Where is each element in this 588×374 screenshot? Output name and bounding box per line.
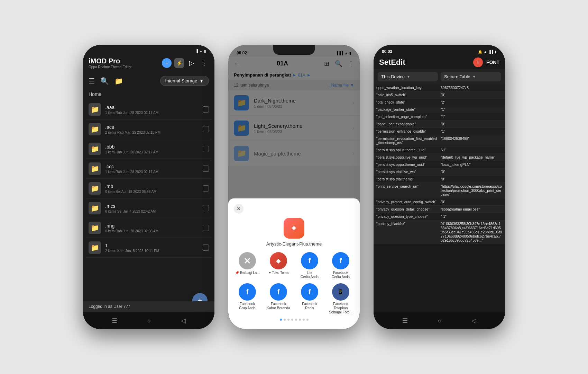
p1-file-item-aaa[interactable]: 📁 .aaa 1 item Rab Jun, 28 2023 02:17 AM [86,100,212,119]
p3-key-perm-revoke: "permission_revocation_first_enabled_tim… [376,136,438,145]
p1-checkbox-mb[interactable] [203,185,209,192]
p1-nav-home[interactable]: ○ [147,317,151,324]
p3-key-panel: "panel_bar_expandable" [376,122,438,126]
p2-share-file-name: Artystic-Elegant-Plus.theme [234,241,354,247]
p3-row-trial-theme[interactable]: "persist.sys.trial.theme" "0" [374,176,505,183]
p1-checkbox-ccc[interactable] [203,166,209,172]
p2-share-app-fb-tetapkan[interactable]: 📱 FacebookTetapkan Sebagai Foto... [327,283,354,314]
p1-file-meta-mb: 0 item Sel Apr, 18 2023 05:38 AM [105,190,199,194]
p1-file-meta-1: 2 items Kam Jun, 8 2023 10:11 PM [105,249,199,253]
p1-storage-selector[interactable]: Internal Storage ▼ [160,76,209,86]
p1-file-item-ring[interactable]: 📁 .ring 0 item Rab Jun, 28 2023 02:06 AM [86,218,212,238]
p1-file-item-acs[interactable]: 📁 .acs 2 items Rab Mar, 29 2023 02:15 PM [86,119,212,139]
p1-status-icons: ▐ ▲ ▮ [195,49,206,53]
phone-1: ▐ ▲ ▮ iMOD Pro Oppo Realme Theme Editor … [83,45,214,329]
p3-key-oppo-theme: "persist.sys.oppo.theme_uuid" [376,162,438,167]
p3-row-pkg-verify[interactable]: "package_verifier_state" "1" [374,106,505,113]
p1-file-info-ccc: .ccc 1 item Rab Jun, 28 2023 02:17 AM [105,164,199,174]
p3-row-weather[interactable]: oppo_weather_location_key 306763007247z8 [374,84,505,91]
p1-checkbox-ring[interactable] [203,225,209,231]
p3-val-pai: "1" [441,115,502,119]
p2-share-icon-fb-reels-symbol: f [309,288,311,296]
p3-nav-menu[interactable]: ☰ [402,317,408,324]
p3-status-time: 00.03 [382,49,392,54]
p2-share-label-fb-tetapkan: FacebookTetapkan Sebagai Foto... [327,302,354,314]
p3-row-privacy-type[interactable]: "privacy_quesion_type_choose" "-1" [374,213,505,220]
p1-file-meta-ring: 0 item Rab Jun, 28 2023 02:06 AM [105,229,199,233]
p2-share-icon-fb-cerita: f [332,252,349,269]
p1-file-name-bbb: .bbb [105,144,199,150]
p1-checkbox-aaa[interactable] [203,106,209,113]
p3-device-selector[interactable]: This Device ▼ [378,72,438,81]
p2-share-app-lite[interactable]: f LiteCerita Anda [296,252,323,279]
p2-dot-1 [280,319,282,321]
p1-play-button[interactable]: ▷ [187,58,196,68]
p1-file-item-1[interactable]: 📁 1 2 items Kam Jun, 8 2023 10:11 PM [86,238,212,258]
p3-row-perm-entrance[interactable]: "permission_entrance_disable" "1" [374,128,505,135]
p3-wifi-icon: ▲ [484,50,487,54]
p1-nav-menu[interactable]: ☰ [112,317,117,324]
p1-file-name-ccc: .ccc [105,164,199,169]
p2-share-close[interactable]: ✕ [234,204,244,214]
p1-checkbox-mcs[interactable] [203,205,209,211]
p1-storage-label: Internal Storage [165,78,197,83]
p1-minus-button[interactable]: − [162,58,172,68]
p2-share-app-toko[interactable]: ◆ ✦ Toko Tema [265,252,292,279]
p1-header-icons: − ⚡ ▷ ⋮ [162,58,209,68]
p1-checkbox-1[interactable] [203,244,209,251]
p3-row-pai[interactable]: "pai_selection_page_complete" "1" [374,113,505,121]
p3-row-print-uri[interactable]: "print_service_search_uri" "https://play… [374,183,505,198]
p3-key-iris5: "osie_iris5_switch" [376,93,438,97]
p3-row-perm-revoke[interactable]: "permission_revocation_first_enabled_tim… [374,135,505,146]
p3-row-ota[interactable]: "ota_check_state" "2" [374,99,505,106]
p2-dot-7 [303,319,305,321]
p1-file-item-mcs[interactable]: 📁 .mcs 8 items Sel Jul, 4 2023 02:42 AM [86,198,212,218]
p3-nav-back[interactable]: ◁ [471,317,476,324]
p1-file-item-bbb[interactable]: 📁 .bbb 1 item Rab Jun, 28 2023 02:17 AM [86,139,212,159]
p1-more-button[interactable]: ⋮ [199,58,209,68]
p2-share-app-berbagi[interactable]: 📌 Berbagi La... [234,252,261,279]
p1-file-item-mb[interactable]: 📁 .mb 0 item Sel Apr, 18 2023 05:38 AM [86,179,212,198]
p3-val-live-wp: "default_live_wp_package_name" [441,155,502,159]
p3-val-print-uri: "https://play.google.com/store/apps/coll… [441,184,502,197]
p1-search-icon[interactable]: 🔍 [100,77,109,85]
p1-shield-icon[interactable]: ⚡ [174,58,184,68]
p3-val-privacy-type: "-1" [441,214,502,219]
p3-row-panel[interactable]: "panel_bar_expandable" "0" [374,121,505,128]
p3-status-icons: 🔔 ▲ ▐▐ ▮ [478,50,497,54]
p1-file-item-ccc[interactable]: 📁 .ccc 1 item Rab Jun, 28 2023 02:17 AM [86,159,212,179]
p2-share-icon-fb-grup: f [239,283,256,301]
p1-file-name-acs: .acs [105,124,199,130]
p3-row-live-wp[interactable]: "persist.sys.oppo.live_wp_uuid" "default… [374,154,505,161]
p1-folder-icon[interactable]: 📁 [114,77,123,85]
p2-share-icon-fb-kabar: f [270,283,287,301]
p3-table-selector[interactable]: Secure Table ▼ [441,72,501,81]
p1-menu-icon[interactable]: ☰ [89,77,95,85]
p3-alert-icon[interactable]: ! [473,57,483,67]
p3-row-oppo-theme[interactable]: "persist.sys.oppo.theme_uuid" "local_tuk… [374,161,505,168]
p2-share-app-fb-grup[interactable]: f FacebookGrup Anda [234,283,261,314]
p1-storage-arrow: ▼ [199,78,204,83]
p2-dot-8 [306,319,309,321]
p3-row-privacy-auto[interactable]: "privacy_protect_auto_config_switch" "0" [374,198,505,206]
p1-nav-back[interactable]: ◁ [181,317,186,324]
p1-file-info-1: 1 2 items Kam Jun, 8 2023 10:11 PM [105,243,199,253]
p3-row-privacy-detail[interactable]: "privacy_quesion_detail_choose" "sobatre… [374,206,505,213]
p2-share-icon-fb-kabar-symbol: f [277,288,280,296]
p3-row-trial-wp[interactable]: "persist.sys.trial.live_wp" "0" [374,168,505,176]
p1-file-list: 📁 .aaa 1 item Rab Jun, 28 2023 02:17 AM … [83,100,214,258]
p1-checkbox-acs[interactable] [203,126,209,132]
p3-font-button[interactable]: FONT [486,60,499,65]
p3-nav-bar: ☰ ○ ◁ [374,312,505,329]
p3-nav-home[interactable]: ○ [438,317,442,324]
p2-share-app-fb-cerita[interactable]: f FacebookCerita Anda [327,252,354,279]
p3-row-theme-uuid[interactable]: "persist.sys.oplus.theme_uuid" "-1" [374,146,505,154]
p3-row-pubkey[interactable]: "pubkey_blacklist" "410f36363258f30b347d… [374,220,505,244]
p1-folder-icon-aaa: 📁 [89,103,101,116]
p3-row-iris5[interactable]: "osie_iris5_switch" "0" [374,91,505,99]
p2-share-app-fb-reels[interactable]: f FacebookReels [296,283,323,314]
p1-checkbox-bbb[interactable] [203,146,209,152]
p3-val-ota: "2" [441,100,502,104]
p2-share-icon-toko: ◆ [270,252,287,269]
p2-share-app-fb-kabar[interactable]: f FacebookKabar Beranda [265,283,292,314]
